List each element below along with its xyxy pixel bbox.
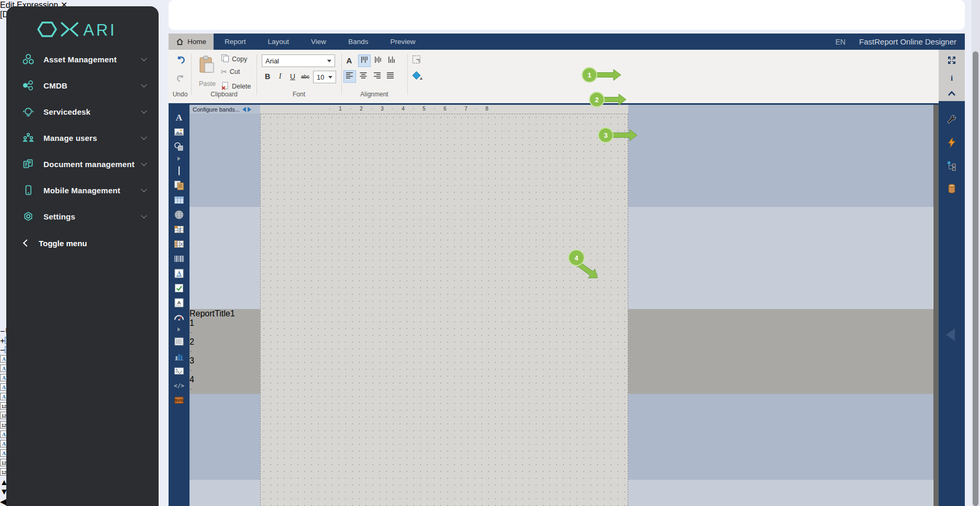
font-color-button[interactable]: A bbox=[343, 54, 355, 66]
ruler-number: 5 bbox=[422, 106, 426, 112]
paste-button[interactable] bbox=[198, 54, 216, 78]
font-name-select[interactable]: Arial bbox=[262, 54, 335, 67]
next-page-arrow[interactable] bbox=[248, 107, 251, 112]
borders-button[interactable] bbox=[411, 54, 423, 68]
line-icon[interactable] bbox=[172, 165, 186, 177]
sidebar-item-label: Asset Management bbox=[43, 55, 117, 64]
chevron-down-icon bbox=[327, 60, 331, 62]
matrix-data-icon[interactable] bbox=[172, 238, 186, 250]
sidebar-item-servicedesk[interactable]: Servicedesk bbox=[6, 98, 159, 125]
copy-button[interactable]: Copy bbox=[221, 54, 247, 64]
font-size-select[interactable]: 10 bbox=[313, 71, 336, 83]
text-block-icon[interactable]: A bbox=[172, 297, 186, 309]
sidebar-item-asset-management[interactable]: Asset Management bbox=[6, 46, 159, 72]
sidebar-item-manage-users[interactable]: Manage users bbox=[6, 125, 159, 151]
sidebar-item-settings[interactable]: Settings bbox=[6, 203, 159, 229]
dot-matrix-icon[interactable] bbox=[172, 336, 186, 347]
sidebar-item-cmdb[interactable]: CMDB bbox=[6, 72, 159, 98]
info-icon[interactable]: i bbox=[947, 72, 956, 83]
tab-home[interactable]: Home bbox=[169, 34, 214, 50]
sidebar-item-mobile-management[interactable]: Mobile Management bbox=[6, 177, 159, 203]
strikethrough-button[interactable]: abc bbox=[299, 71, 311, 82]
align-left-button[interactable] bbox=[343, 70, 356, 83]
collapse-minus-icon[interactable]: − bbox=[0, 327, 5, 336]
tab-preview[interactable]: Preview bbox=[379, 34, 426, 50]
redo-button[interactable] bbox=[175, 73, 186, 85]
fullscreen-icon[interactable] bbox=[946, 55, 957, 65]
svg-text:A: A bbox=[2, 375, 6, 381]
tab-bands[interactable]: Bands bbox=[337, 34, 379, 50]
data-sources-icon[interactable] bbox=[939, 180, 965, 197]
flyout-arrow-icon[interactable] bbox=[172, 156, 186, 162]
ruler-number: 8 bbox=[485, 106, 488, 112]
text-icon[interactable]: A bbox=[172, 112, 186, 123]
expand-panel-arrow[interactable] bbox=[946, 328, 955, 341]
toggle-menu-button[interactable]: Toggle menu bbox=[6, 230, 159, 256]
map-icon[interactable] bbox=[172, 209, 186, 221]
mobile-management-icon bbox=[22, 184, 35, 196]
designer-scrollbar[interactable] bbox=[933, 105, 939, 506]
scroll-left-arrow[interactable]: ◀ bbox=[0, 497, 6, 506]
chart-icon[interactable] bbox=[172, 350, 186, 362]
rich-text-icon[interactable]: A bbox=[172, 268, 186, 279]
gauge-icon[interactable] bbox=[172, 312, 186, 323]
fill-color-button[interactable] bbox=[411, 70, 424, 84]
svg-icon[interactable]: SVG bbox=[172, 394, 186, 406]
events-lightning-icon[interactable] bbox=[939, 134, 965, 151]
tab-view[interactable]: View bbox=[300, 34, 337, 50]
tab-report[interactable]: Report bbox=[214, 34, 257, 50]
collapse-chevron-icon[interactable] bbox=[946, 90, 957, 97]
valign-center-button[interactable] bbox=[372, 54, 384, 67]
bold-button[interactable]: B bbox=[262, 71, 273, 82]
divider bbox=[407, 54, 408, 95]
barcode-icon[interactable] bbox=[172, 253, 186, 265]
properties-wrench-icon[interactable] bbox=[939, 111, 965, 128]
prev-page-arrow[interactable] bbox=[242, 107, 246, 112]
paste-label[interactable]: Paste bbox=[199, 80, 216, 87]
subreport-icon[interactable] bbox=[172, 180, 186, 191]
code-icon[interactable]: </> bbox=[172, 380, 186, 391]
window-scrollbar[interactable] bbox=[972, 0, 980, 506]
expand-plus-icon[interactable]: + bbox=[0, 336, 5, 345]
underline-button[interactable]: U bbox=[287, 71, 298, 82]
copy-icon bbox=[221, 54, 229, 64]
undo-button[interactable] bbox=[175, 54, 186, 68]
signature-icon[interactable] bbox=[172, 365, 186, 377]
ruler-tick: · bbox=[475, 106, 477, 112]
checkbox-icon[interactable] bbox=[172, 282, 186, 294]
ruler-number: 2 bbox=[360, 106, 363, 112]
shapes-icon[interactable] bbox=[172, 141, 186, 152]
align-center-button[interactable] bbox=[357, 70, 370, 83]
valign-top-button[interactable] bbox=[358, 54, 371, 67]
top-header-card bbox=[169, 0, 965, 30]
report-workspace[interactable]: 1·2·3·4·5·6·7·8· Configure bands... Repo… bbox=[190, 105, 933, 506]
picture-icon[interactable] bbox=[172, 126, 186, 138]
report-tree-icon[interactable] bbox=[939, 157, 965, 174]
ruler-tick: · bbox=[433, 106, 435, 112]
window-scrollbar-thumb[interactable] bbox=[973, 51, 978, 506]
table-icon[interactable] bbox=[172, 194, 186, 206]
document-management-icon bbox=[22, 158, 35, 170]
tab-layout[interactable]: Layout bbox=[257, 34, 300, 50]
sidebar-item-document-management[interactable]: Document management bbox=[6, 151, 159, 177]
valign-bottom-button[interactable] bbox=[385, 54, 398, 67]
italic-button[interactable]: I bbox=[274, 71, 286, 82]
svg-text:A: A bbox=[177, 300, 181, 305]
cut-button[interactable]: ✂ Cut bbox=[221, 68, 240, 76]
brand-area: EN FastReport Online Designer bbox=[836, 34, 965, 50]
flyout-arrow-icon[interactable] bbox=[172, 326, 186, 333]
ruler-tick: · bbox=[329, 106, 330, 112]
matrix-icon[interactable] bbox=[172, 224, 186, 235]
collapse-minus-icon[interactable]: − bbox=[0, 346, 5, 355]
chevron-down-icon bbox=[141, 186, 147, 192]
align-justify-button[interactable] bbox=[384, 70, 397, 83]
delete-button[interactable]: Delete bbox=[221, 81, 251, 91]
report-page[interactable] bbox=[260, 114, 628, 506]
language-selector[interactable]: EN bbox=[836, 38, 845, 46]
align-right-button[interactable] bbox=[371, 70, 383, 83]
alignment-group-label: Alignment bbox=[341, 91, 407, 98]
cut-icon: ✂ bbox=[221, 68, 227, 76]
toggle-menu-label: Toggle menu bbox=[39, 239, 87, 248]
annotation-step-number: 1 bbox=[587, 71, 591, 79]
chevron-down-icon bbox=[141, 108, 147, 114]
